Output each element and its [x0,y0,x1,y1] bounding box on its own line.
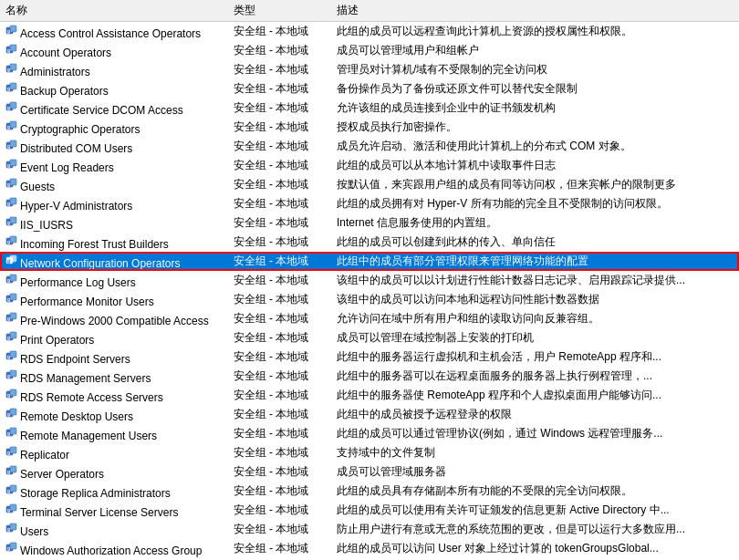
table-row[interactable]: g Performance Monitor Users安全组 - 本地域该组中的… [0,290,739,309]
table-row[interactable]: g Administrators安全组 - 本地域管理员对计算机/域有不受限制的… [0,60,739,79]
svg-rect-13 [10,102,16,109]
svg-text:g: g [7,469,10,474]
table-row[interactable]: g Incoming Forest Trust Builders安全组 - 本地… [0,233,739,252]
cell-desc: 授权成员执行加密操作。 [331,118,739,137]
svg-text:g: g [7,47,10,53]
table-row[interactable]: g Account Operators安全组 - 本地域成员可以管理域用户和组帐… [0,41,739,60]
cell-desc: 该组中的成员可以以计划进行性能计数器日志记录、启用跟踪记录提供... [331,271,739,290]
row-name-text: Performance Monitor Users [20,296,154,308]
cell-desc: 此组中的服务器运行虚拟机和主机会活，用户 RemoteApp 程序和... [331,347,739,367]
svg-text:g: g [7,105,10,110]
col-header-name[interactable]: 名称 [0,0,228,22]
svg-rect-52 [10,351,16,358]
table-row[interactable]: g Terminal Server License Servers安全组 - 本… [0,501,739,520]
svg-rect-64 [10,428,16,434]
cell-name: g Remote Management Users [0,424,228,443]
table-row[interactable]: g RDS Remote Access Servers安全组 - 本地域此组中的… [0,386,739,405]
cell-desc: 备份操作员为了备份或还原文件可以替代安全限制 [331,79,739,99]
table-row[interactable]: g Guests安全组 - 本地域按默认值，来宾跟用户组的成员有同等访问权，但来… [0,175,739,194]
svg-text:g: g [7,373,10,379]
groups-table-container[interactable]: 名称 类型 描述 g Access Control Assistance Ope… [0,0,739,560]
row-name-text: Event Log Readers [20,161,114,174]
cell-type: 安全组 - 本地域 [228,99,331,118]
cell-desc: 成员可以管理域用户和组帐户 [331,41,739,60]
svg-text:g: g [7,162,10,168]
cell-desc: 此组中的服务器可以在远程桌面服务的服务器上执行例程管理，... [331,367,739,386]
cell-type: 安全组 - 本地域 [228,386,331,405]
svg-text:g: g [7,545,10,551]
table-row[interactable]: g Certificate Service DCOM Access安全组 - 本… [0,99,739,118]
cell-name: g RDS Endpoint Servers [0,347,228,367]
table-row[interactable]: g Distributed COM Users安全组 - 本地域成员允许启动、激… [0,137,739,156]
row-name-text: Terminal Server License Servers [20,506,178,519]
cell-type: 安全组 - 本地域 [228,156,331,175]
cell-type: 安全组 - 本地域 [228,233,331,252]
group-icon: g [5,463,20,478]
table-row[interactable]: g Server Operators安全组 - 本地域成员可以管理域服务器 [0,462,739,482]
row-name-text: Distributed COM Users [20,142,132,155]
svg-rect-7 [10,64,16,70]
group-icon: g [5,291,20,306]
cell-type: 安全组 - 本地域 [228,520,331,539]
cell-desc: 按默认值，来宾跟用户组的成员有同等访问权，但来宾帐户的限制更多 [331,175,739,194]
table-row[interactable]: g RDS Endpoint Servers安全组 - 本地域此组中的服务器运行… [0,347,739,367]
cell-name: g Replicator [0,443,228,462]
svg-rect-70 [10,466,16,472]
group-icon: g [5,310,20,325]
cell-desc: 此组的成员可以访问 User 对象上经过计算的 tokenGroupsGloba… [331,539,739,558]
group-icon: g [5,80,20,95]
cell-type: 安全组 - 本地域 [228,539,331,558]
svg-text:g: g [7,239,10,244]
table-row[interactable]: g Users安全组 - 本地域防止用户进行有意或无意的系统范围的更改，但是可以… [0,520,739,539]
group-icon: g [5,119,20,133]
cell-name: g Cryptographic Operators [0,118,228,137]
row-name-text: Performance Log Users [20,276,136,289]
cell-type: 安全组 - 本地域 [228,60,331,79]
cell-name: g Remote Desktop Users [0,405,228,424]
svg-text:g: g [7,28,10,34]
table-row[interactable]: g Event Log Readers安全组 - 本地域此组的成员可以从本地计算… [0,156,739,175]
table-row[interactable]: g Performance Log Users安全组 - 本地域该组中的成员可以… [0,271,739,290]
cell-desc: 此组的成员可以通过管理协议(例如，通过 Windows 远程管理服务... [331,424,739,443]
svg-rect-79 [10,524,16,530]
group-icon: g [5,521,20,535]
table-row[interactable]: g RDS Management Servers安全组 - 本地域此组中的服务器… [0,367,739,386]
row-name-text: Account Operators [20,47,111,59]
cell-desc: 管理员对计算机/域有不受限制的完全访问权 [331,60,739,79]
svg-text:g: g [7,258,10,264]
table-row[interactable]: g IIS_IUSRS安全组 - 本地域Internet 信息服务使用的内置组。 [0,213,739,233]
table-row[interactable]: g Backup Operators安全组 - 本地域备份操作员为了备份或还原文… [0,79,739,99]
table-row[interactable]: g Remote Desktop Users安全组 - 本地域此组中的成员被授予… [0,405,739,424]
table-row[interactable]: g Print Operators安全组 - 本地域成员可以管理在域控制器上安装… [0,328,739,347]
table-row[interactable]: g Storage Replica Administrators安全组 - 本地… [0,482,739,501]
svg-text:g: g [7,316,10,321]
group-icon: g [5,272,20,286]
cell-desc: 该组中的成员可以访问本地和远程访问性能计数器数据 [331,290,739,309]
table-row[interactable]: g Windows Authorization Access Group安全组 … [0,539,739,558]
cell-desc: 此组的成员可以从本地计算机中读取事件日志 [331,156,739,175]
table-row[interactable]: g Access Control Assistance Operators安全组… [0,22,739,42]
cell-name: g Event Log Readers [0,156,228,175]
table-row[interactable]: g Cryptographic Operators安全组 - 本地域授权成员执行… [0,118,739,137]
row-name-text: Replicator [20,449,69,461]
table-row[interactable]: g Replicator安全组 - 本地域支持域中的文件复制 [0,443,739,462]
group-icon: g [5,214,20,229]
group-icon: g [5,233,20,248]
groups-table: 名称 类型 描述 g Access Control Assistance Ope… [0,0,739,558]
row-name-text: Storage Replica Administrators [20,487,171,500]
col-header-desc[interactable]: 描述 [331,0,739,22]
table-row[interactable]: g Network Configuration Operators安全组 - 本… [0,252,739,271]
cell-name: g Storage Replica Administrators [0,482,228,501]
table-row[interactable]: g Remote Management Users安全组 - 本地域此组的成员可… [0,424,739,443]
cell-name: g Print Operators [0,328,228,347]
group-icon: g [5,368,20,382]
svg-rect-1 [10,26,16,32]
table-row[interactable]: g Pre-Windows 2000 Compatible Access安全组 … [0,309,739,328]
table-row[interactable]: g Hyper-V Administrators安全组 - 本地域此组的成员拥有… [0,194,739,213]
row-name-text: Backup Operators [20,85,109,98]
col-header-type[interactable]: 类型 [228,0,331,22]
group-icon: g [5,138,20,152]
cell-name: g Pre-Windows 2000 Compatible Access [0,309,228,328]
cell-desc: 成员可以管理在域控制器上安装的打印机 [331,328,739,347]
cell-name: g Distributed COM Users [0,137,228,156]
